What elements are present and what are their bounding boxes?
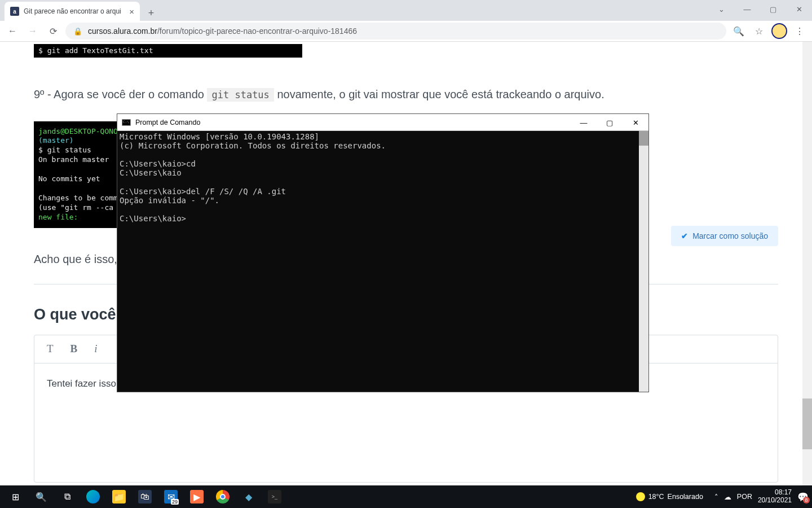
forward-button: →	[25, 23, 41, 39]
window-close-icon[interactable]: ✕	[786, 0, 812, 18]
tab-search-caret-icon[interactable]: ⌄	[708, 0, 734, 18]
clock-date: 20/10/2021	[758, 497, 792, 505]
clock[interactable]: 08:17 20/10/2021	[758, 489, 796, 505]
cmd-app-icon	[122, 119, 131, 126]
url-host: cursos.alura.com.br	[88, 27, 157, 36]
clock-time: 08:17	[758, 489, 792, 497]
notification-badge: 8	[803, 497, 810, 503]
check-icon: ✔	[681, 231, 688, 240]
lock-icon: 🔒	[73, 27, 82, 36]
sun-icon	[636, 492, 645, 501]
cmd-scrollbar-track[interactable]	[639, 131, 648, 392]
format-text-button[interactable]: T	[47, 343, 54, 355]
start-button[interactable]: ⊞	[2, 485, 28, 508]
tray-chevron-up-icon[interactable]: ˄	[714, 493, 718, 501]
window-minimize-icon[interactable]: —	[734, 0, 760, 18]
cmd-scrollbar-thumb[interactable]	[639, 131, 648, 146]
step-9-pre: 9º - Agora se você der o comando	[34, 88, 207, 100]
window-maximize-icon[interactable]: ▢	[760, 0, 786, 18]
url-path: /forum/topico-git-parece-nao-encontrar-o…	[157, 27, 357, 36]
file-explorer-icon[interactable]: 📁	[106, 485, 132, 508]
mark-solution-button[interactable]: ✔ Marcar como solução	[671, 226, 778, 246]
chrome-menu-icon[interactable]: ⋮	[792, 23, 807, 39]
format-italic-button[interactable]: i	[94, 343, 97, 355]
cmd-maximize-icon[interactable]: ▢	[597, 114, 623, 131]
movies-icon[interactable]: ▶	[184, 485, 210, 508]
inline-code-git-status: git status	[207, 88, 273, 102]
store-icon[interactable]: 🛍	[132, 485, 158, 508]
step-9-post: novamente, o git vai mostrar que você es…	[274, 88, 604, 100]
back-button[interactable]: ←	[5, 23, 20, 39]
reload-button[interactable]: ⟳	[45, 23, 61, 39]
onedrive-icon[interactable]: ☁	[724, 493, 731, 501]
terminal-snippet-git-add: $ git add TextoTestGit.txt	[34, 44, 302, 58]
chrome-icon[interactable]	[210, 485, 236, 508]
mark-solution-label: Marcar como solução	[692, 231, 768, 240]
address-bar[interactable]: 🔒 cursos.alura.com.br/forum/topico-git-p…	[65, 23, 726, 40]
weather-condition: Ensolarado	[668, 493, 703, 501]
task-view-button[interactable]: ⧉	[54, 485, 80, 508]
cmd-minimize-icon[interactable]: —	[571, 114, 597, 131]
cmd-title-text: Prompt de Comando	[135, 119, 200, 126]
windows-taskbar[interactable]: ⊞ 🔍 ⧉ 📁 🛍 ✉29 ▶ ◆ >_ 18°C Ensolarado ˄ ☁…	[0, 485, 812, 508]
tab-title: Git parece não encontrar o arqui	[24, 7, 125, 15]
page-scrollbar-track[interactable]	[802, 42, 812, 485]
format-bold-button[interactable]: B	[70, 343, 78, 355]
zoom-icon[interactable]: 🔍	[731, 23, 747, 39]
tab-favicon: a	[10, 7, 19, 16]
new-tab-button[interactable]: +	[143, 5, 159, 21]
cmd-output[interactable]: Microsoft Windows [versão 10.0.19043.128…	[117, 131, 648, 224]
weather-temp: 18°C	[648, 493, 664, 501]
edge-icon[interactable]	[80, 485, 106, 508]
command-prompt-window[interactable]: Prompt de Comando — ▢ ✕ Microsoft Window…	[117, 113, 649, 392]
cmd-titlebar[interactable]: Prompt de Comando — ▢ ✕	[117, 114, 648, 131]
browser-tab[interactable]: a Git parece não encontrar o arqui ×	[5, 2, 140, 21]
language-indicator[interactable]: POR	[737, 493, 752, 501]
bookmark-star-icon[interactable]: ☆	[751, 23, 767, 39]
terminal-taskbar-icon[interactable]: >_	[262, 485, 288, 508]
page-scrollbar-thumb[interactable]	[802, 398, 812, 449]
step-9-text: 9º - Agora se você der o comando git sta…	[34, 88, 778, 101]
system-tray[interactable]: ˄ ☁ POR	[709, 493, 758, 501]
vscode-icon[interactable]: ◆	[236, 485, 262, 508]
weather-widget[interactable]: 18°C Ensolarado	[636, 492, 709, 501]
search-button[interactable]: 🔍	[28, 485, 54, 508]
cmd-close-icon[interactable]: ✕	[623, 114, 648, 131]
mail-icon[interactable]: ✉29	[158, 485, 184, 508]
tab-close-icon[interactable]: ×	[129, 7, 134, 16]
profile-avatar[interactable]	[771, 23, 787, 39]
notification-center-icon[interactable]: 💬 8	[796, 490, 810, 503]
